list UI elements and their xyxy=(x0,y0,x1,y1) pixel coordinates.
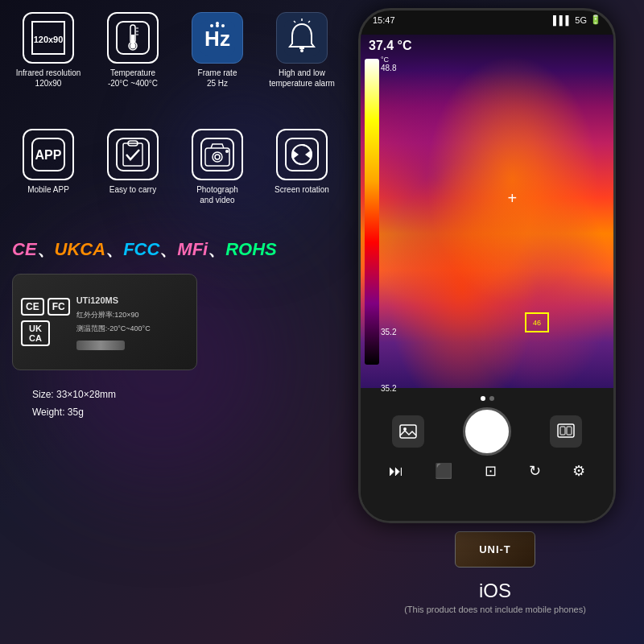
dot-1 xyxy=(481,396,485,401)
photo-label: Photograph and video xyxy=(196,184,238,205)
indicator-dots xyxy=(373,396,601,401)
app-icon-box: APP xyxy=(23,129,74,180)
infrared-icon: 120x90 xyxy=(31,20,66,56)
battery-icon: 🔋 xyxy=(590,14,601,25)
features-row-1: 120x90 Infrared resolution 120x90 xyxy=(8,8,346,93)
gallery-button[interactable] xyxy=(392,415,424,448)
model-name: UTi120MS xyxy=(76,294,151,308)
framerate-label: Frame rate 25 Hz xyxy=(198,68,237,89)
accessory-section: UNI-T iOS (This product does not include… xyxy=(358,531,632,614)
feature-temp-alarm: High and low temperature alarm xyxy=(262,8,342,93)
svg-rect-33 xyxy=(123,143,142,166)
scale-bottom-label: 35.2 xyxy=(381,328,396,336)
svg-rect-43 xyxy=(400,425,416,438)
caption-icon[interactable]: ⬛ xyxy=(435,462,452,480)
carry-icon xyxy=(115,137,151,172)
settings-icon[interactable]: ⚙ xyxy=(572,462,585,480)
camera-bottom-row: ⏭ ⬛ ⊡ ↻ ⚙ xyxy=(373,462,601,480)
svg-marker-42 xyxy=(305,150,312,159)
svg-point-14 xyxy=(130,43,136,49)
rotation-label: Screen rotation xyxy=(275,184,329,195)
feature-temperature: Temperature -20°C ~400°C xyxy=(93,8,173,93)
svg-point-22 xyxy=(221,24,225,27)
svg-point-38 xyxy=(215,155,220,159)
svg-text:120x90: 120x90 xyxy=(34,35,64,44)
shutter-button[interactable] xyxy=(463,407,511,456)
temp-alarm-label: High and low temperature alarm xyxy=(269,68,335,89)
svg-rect-46 xyxy=(560,427,565,435)
feature-carry: Easy to carry xyxy=(93,125,173,209)
thermal-overlay xyxy=(361,35,613,397)
temperature-icon-box xyxy=(107,12,159,64)
weight-label: Weight: 35g xyxy=(32,404,116,422)
scale-top-label: °C 48.8 xyxy=(381,55,396,72)
gallery-icon xyxy=(398,422,418,441)
crosshair: + xyxy=(508,188,518,207)
svg-text:Hz: Hz xyxy=(204,27,230,51)
svg-rect-47 xyxy=(567,427,572,435)
ios-title: iOS xyxy=(404,580,586,602)
target-box: 46 xyxy=(525,312,549,332)
edit-icon[interactable]: ⊡ xyxy=(485,462,497,480)
cert-logos: CE FC UKCA xyxy=(21,298,70,346)
svg-point-23 xyxy=(216,22,219,25)
app-icon: APP xyxy=(31,137,66,172)
feature-infrared: 120x90 Infrared resolution 120x90 xyxy=(8,8,89,93)
connector-device: UNI-T xyxy=(455,531,535,568)
camera-controls: ⏭ ⬛ ⊡ ↻ ⚙ xyxy=(361,388,613,521)
photo-icon xyxy=(200,137,235,172)
svg-point-37 xyxy=(213,152,222,162)
features-row-2: APP Mobile APP Easy to carry xyxy=(8,125,346,209)
network-type: 5G xyxy=(575,15,587,25)
framerate-icon: Hz xyxy=(197,18,237,58)
phone-container: 15:47 ▌▌▌ 5G 🔋 37.4 °C °C 48.8 35.2 xyxy=(358,8,632,614)
device-specs: UTi120MS 红外分辨率:120×90 测温范围:-20°C~400°C xyxy=(76,294,151,351)
infrared-label: Infrared resolution 120x90 xyxy=(16,68,81,89)
size-label: Size: 33×10×28mm xyxy=(32,386,116,404)
svg-point-26 xyxy=(300,49,303,52)
feature-framerate: Hz Frame rate 25 Hz xyxy=(177,8,258,93)
thermal-screen: 37.4 °C °C 48.8 35.2 + 46 35.2 xyxy=(361,35,613,397)
carry-icon-box xyxy=(107,129,159,180)
ukca-logo: UKCA xyxy=(21,320,50,346)
svg-point-20 xyxy=(210,24,213,27)
feature-photo: Photograph and video xyxy=(177,125,258,209)
size-weight-info: Size: 33×10×28mm Weight: 35g xyxy=(32,386,116,421)
feature-app: APP Mobile APP xyxy=(8,125,89,209)
ce-logo: CE xyxy=(21,298,44,316)
svg-point-39 xyxy=(225,150,229,153)
ios-subtitle: (This product does not include mobile ph… xyxy=(404,605,586,614)
status-bar: 15:47 ▌▌▌ 5G 🔋 xyxy=(373,14,601,25)
temperature-icon xyxy=(115,20,151,56)
signal-bars: ▌▌▌ xyxy=(553,15,572,25)
feature-rotation: Screen rotation xyxy=(262,125,342,209)
phone-frame: 15:47 ▌▌▌ 5G 🔋 37.4 °C °C 48.8 35.2 xyxy=(358,8,616,523)
temp-alarm-icon xyxy=(282,18,322,58)
temp-range-label: 测温范围:-20°C~400°C xyxy=(76,324,151,335)
mode-button[interactable] xyxy=(550,415,582,448)
app-label: Mobile APP xyxy=(27,184,69,195)
photo-icon-box xyxy=(192,129,243,180)
temp-alarm-icon-box xyxy=(276,12,328,64)
temp-reading: 37.4 °C xyxy=(369,39,412,53)
infrared-res-label: 红外分辨率:120×90 xyxy=(76,310,151,321)
rotation-icon-box xyxy=(276,129,328,180)
svg-rect-40 xyxy=(286,138,318,171)
rotation-icon xyxy=(284,137,320,172)
status-time: 15:47 xyxy=(373,15,395,25)
camera-main-row xyxy=(373,407,601,456)
status-indicators: ▌▌▌ 5G 🔋 xyxy=(553,14,601,25)
carry-label: Easy to carry xyxy=(109,184,156,195)
skip-icon[interactable]: ⏭ xyxy=(389,463,403,480)
infrared-icon-box: 120x90 xyxy=(23,12,74,64)
fc-logo: FC xyxy=(47,298,70,316)
temperature-label: Temperature -20°C ~400°C xyxy=(108,68,158,89)
brand-label: UNI-T xyxy=(479,543,511,555)
temp-scale-bar xyxy=(365,59,379,365)
dot-2 xyxy=(489,396,494,401)
rotate-icon[interactable]: ↻ xyxy=(529,462,541,480)
device-image: CE FC UKCA UTi120MS 红外分辨率:120×90 测温范围:-2… xyxy=(12,274,197,370)
scale-bottom2: 35.2 xyxy=(381,384,396,393)
svg-text:APP: APP xyxy=(35,148,62,162)
mode-icon xyxy=(556,422,576,441)
